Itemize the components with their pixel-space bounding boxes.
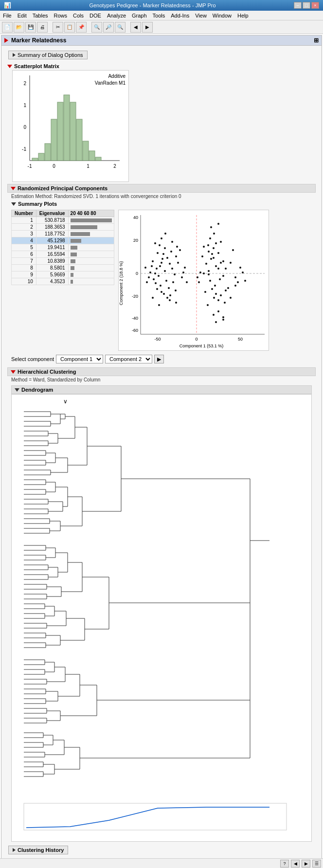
back-status-btn[interactable]: ◀ xyxy=(291,860,300,868)
dendrogram-chart: ∨ xyxy=(11,394,312,842)
svg-point-40 xyxy=(166,257,168,259)
help-status-btn[interactable]: ? xyxy=(280,860,289,868)
menu-view[interactable]: View xyxy=(192,12,210,19)
svg-point-140 xyxy=(215,321,217,323)
svg-rect-20 xyxy=(95,157,101,161)
svg-point-53 xyxy=(164,247,166,249)
hclust-title: Hierarchical Clustering xyxy=(18,369,76,375)
svg-point-85 xyxy=(144,267,146,269)
svg-text:∨: ∨ xyxy=(63,398,68,405)
save-btn[interactable]: 💾 xyxy=(25,22,36,33)
eigenvalue-value: 4.3523 xyxy=(36,278,68,285)
svg-point-65 xyxy=(175,289,177,291)
svg-point-61 xyxy=(177,262,179,264)
svg-point-78 xyxy=(175,302,177,304)
menu-tables[interactable]: Tables xyxy=(30,12,51,19)
menu-tools[interactable]: Tools xyxy=(150,12,168,19)
eigenvalue-section: Number Eigenvalue 20 40 60 80 1530.87182… xyxy=(11,210,114,351)
open-btn[interactable]: 📂 xyxy=(14,22,24,33)
menu-window[interactable]: Window xyxy=(210,12,234,19)
dendrogram-header[interactable]: Dendrogram xyxy=(11,385,312,394)
menu-file[interactable]: File xyxy=(0,12,15,19)
svg-point-69 xyxy=(181,276,183,278)
menu-cols[interactable]: Cols xyxy=(70,12,87,19)
menu-help[interactable]: Help xyxy=(234,12,251,19)
svg-rect-13 xyxy=(51,119,57,161)
eigenvalue-value: 45.1298 xyxy=(36,237,68,244)
forward-btn[interactable]: ▶ xyxy=(142,22,153,33)
svg-rect-11 xyxy=(38,153,44,161)
eigenvalue-bar xyxy=(71,253,77,256)
hclust-header[interactable]: Hierarchical Clustering xyxy=(7,367,316,376)
hierarchical-clustering-section: Hierarchical Clustering Method = Ward, S… xyxy=(7,367,316,842)
svg-rect-16 xyxy=(70,102,76,161)
svg-text:Component 1 (53.1 %): Component 1 (53.1 %) xyxy=(179,344,223,348)
summary-plots-title: Summary Plots xyxy=(18,201,57,207)
menu-analyze[interactable]: Analyze xyxy=(104,12,129,19)
svg-point-94 xyxy=(211,253,213,255)
svg-point-42 xyxy=(169,263,171,265)
summary-dialog-button[interactable]: Summary of Dialog Options xyxy=(8,51,88,59)
select-component-label: Select component xyxy=(11,356,54,362)
additive-label: Additive xyxy=(108,73,126,79)
scatterplot-section: Scatterplot Matrix Additive VanRaden M1 xyxy=(7,63,316,182)
marker-rel-expand-icon[interactable]: ⊞ xyxy=(314,37,319,44)
svg-point-133 xyxy=(244,280,246,282)
forward-status-btn[interactable]: ▶ xyxy=(302,860,310,868)
menu-graph[interactable]: Graph xyxy=(129,12,150,19)
eigenvalue-bar-cell xyxy=(68,237,114,244)
menu-edit[interactable]: Edit xyxy=(15,12,30,19)
summary-dialog-label: Summary of Dialog Options xyxy=(18,52,83,58)
summary-plots-header: Summary Plots xyxy=(7,200,316,208)
scatterplot-header[interactable]: Scatterplot Matrix xyxy=(7,63,316,69)
svg-text:-20: -20 xyxy=(132,294,138,299)
svg-point-37 xyxy=(159,265,161,267)
svg-point-121 xyxy=(203,246,205,248)
svg-point-113 xyxy=(207,244,209,246)
pca-header[interactable]: Randomized Principal Components xyxy=(7,184,316,193)
menu-bar: File Edit Tables Rows Cols DOE Analyze G… xyxy=(0,11,323,20)
title-bar-buttons: – □ × xyxy=(294,2,319,9)
zoom-out-btn[interactable]: 🔍 xyxy=(115,22,126,33)
copy-btn[interactable]: 📋 xyxy=(64,22,75,33)
marker-relatedness-title: Marker Relatedness xyxy=(11,37,66,44)
print-btn[interactable]: 🖨 xyxy=(37,22,48,33)
svg-point-86 xyxy=(210,258,212,260)
eigenvalue-bar xyxy=(71,273,73,277)
search-btn[interactable]: 🔍 xyxy=(91,22,102,33)
eigenvalue-bar xyxy=(71,225,97,229)
clustering-history-button[interactable]: Clustering History xyxy=(8,846,68,854)
component1-dropdown[interactable]: Component 1 Component 2 Component 3 xyxy=(56,355,103,363)
zoom-in-btn[interactable]: 🔎 xyxy=(103,22,114,33)
back-btn[interactable]: ◀ xyxy=(130,22,141,33)
new-btn[interactable]: 📄 xyxy=(2,22,13,33)
pca-section: Randomized Principal Components Estimati… xyxy=(7,184,316,365)
menu-status-btn[interactable]: ☰ xyxy=(312,860,321,868)
svg-rect-14 xyxy=(57,102,63,161)
component2-dropdown[interactable]: Component 2 Component 1 Component 3 xyxy=(105,355,152,363)
cut-btn[interactable]: ✂ xyxy=(53,22,63,33)
svg-point-43 xyxy=(158,275,160,277)
svg-text:2: 2 xyxy=(113,163,116,169)
close-button[interactable]: × xyxy=(311,2,319,9)
clustering-history-triangle xyxy=(13,848,16,852)
summary-plots-triangle xyxy=(11,202,16,206)
marker-rel-triangle xyxy=(4,38,8,43)
toolbar: 📄 📂 💾 🖨 ✂ 📋 📌 🔍 🔎 🔍 ◀ ▶ xyxy=(0,20,323,34)
title-bar-icon: 📊 xyxy=(4,2,11,9)
svg-point-120 xyxy=(215,242,217,244)
svg-point-55 xyxy=(170,251,172,253)
maximize-button[interactable]: □ xyxy=(303,2,310,9)
play-button[interactable]: ▶ xyxy=(154,355,164,363)
menu-addins[interactable]: Add-Ins xyxy=(168,12,192,19)
svg-point-100 xyxy=(208,273,210,275)
paste-btn[interactable]: 📌 xyxy=(76,22,87,33)
marker-relatedness-header[interactable]: Marker Relatedness ⊞ xyxy=(1,36,322,46)
menu-doe[interactable]: DOE xyxy=(87,12,104,19)
minimize-button[interactable]: – xyxy=(294,2,302,9)
svg-point-54 xyxy=(157,252,159,254)
vanraden-label: VanRaden M1 xyxy=(95,80,126,86)
eigenvalue-bar-cell xyxy=(68,271,114,278)
svg-point-77 xyxy=(169,299,171,301)
menu-rows[interactable]: Rows xyxy=(51,12,71,19)
